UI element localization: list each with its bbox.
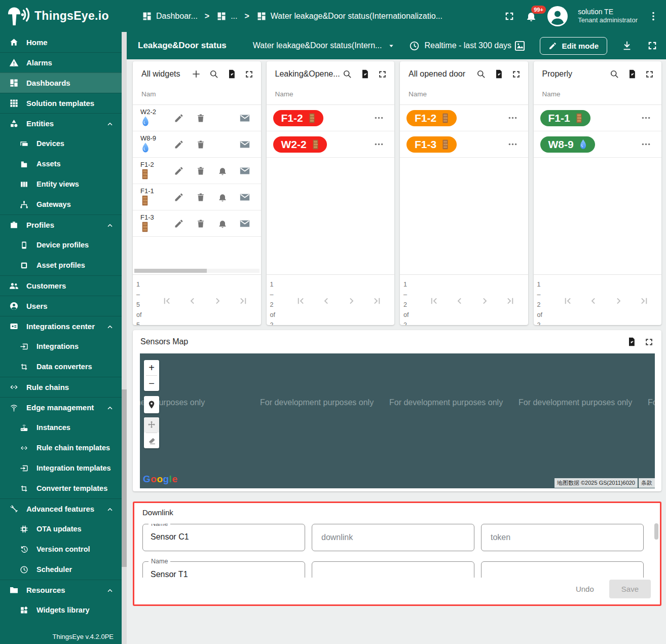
map-terms-link[interactable]: 条款 <box>639 478 655 488</box>
sidebar-item-version-control[interactable]: Version control <box>0 539 122 559</box>
last-page-icon[interactable] <box>371 295 383 307</box>
downlink-field[interactable]: downlink <box>312 524 474 551</box>
last-page-icon[interactable] <box>638 295 650 307</box>
delete-icon[interactable] <box>196 219 206 229</box>
table-row[interactable]: F1-2 <box>267 105 395 131</box>
previous-page-icon[interactable] <box>587 295 599 307</box>
last-page-icon[interactable] <box>237 295 249 307</box>
sidebar-item-entities[interactable]: Entities <box>0 113 122 133</box>
row-menu-icon[interactable] <box>507 113 518 123</box>
bell-icon[interactable] <box>217 166 228 176</box>
first-page-icon[interactable] <box>428 295 440 307</box>
row-menu-icon[interactable] <box>374 113 384 123</box>
chevron-up-icon[interactable] <box>105 586 115 595</box>
sidebar-item-users[interactable]: Users <box>0 296 122 316</box>
sidebar-scrollbar-thumb[interactable] <box>122 389 127 567</box>
sidebar-item-data-converters[interactable]: Data converters <box>0 356 122 377</box>
edit-mode-button[interactable]: Edit mode <box>540 37 607 55</box>
row-menu-icon[interactable] <box>374 139 384 150</box>
export-icon[interactable] <box>626 337 637 347</box>
sidebar-item-customers[interactable]: Customers <box>0 275 122 296</box>
sidebar-item-home[interactable]: Home <box>0 32 122 52</box>
next-page-icon[interactable] <box>346 295 357 307</box>
chevron-up-icon[interactable] <box>105 322 115 331</box>
export-icon[interactable] <box>627 69 637 79</box>
fullscreen-icon[interactable] <box>647 40 658 51</box>
sidebar-item-gateways[interactable]: Gateways <box>0 194 122 214</box>
sidebar-item-integration-templates[interactable]: Integration templates <box>0 458 122 478</box>
row-menu-icon[interactable] <box>641 113 651 123</box>
table-row[interactable]: F1-1 <box>133 184 261 210</box>
token-field[interactable] <box>481 561 644 578</box>
edit-icon[interactable] <box>174 219 184 229</box>
bell-icon[interactable] <box>217 192 228 202</box>
export-icon[interactable] <box>360 69 370 79</box>
zoom-out-button[interactable]: − <box>144 376 159 391</box>
image-export-icon[interactable] <box>514 40 526 52</box>
delete-icon[interactable] <box>196 139 206 150</box>
map-eraser-button[interactable] <box>144 433 159 448</box>
sidebar-item-dashboards[interactable]: Dashboards <box>0 73 122 93</box>
sidebar-item-integrations-center[interactable]: Integrations center <box>0 316 122 336</box>
sidebar-item-alarms[interactable]: Alarms <box>0 52 122 73</box>
first-page-icon[interactable] <box>161 295 173 307</box>
edit-icon[interactable] <box>174 192 184 202</box>
row-menu-icon[interactable] <box>507 139 518 150</box>
first-page-icon[interactable] <box>295 295 307 307</box>
sidebar-item-device-profiles[interactable]: Device profiles <box>0 235 122 255</box>
add-entity-icon[interactable] <box>191 69 201 79</box>
download-icon[interactable] <box>621 40 633 51</box>
sidebar-item-scheduler[interactable]: Scheduler <box>0 559 122 580</box>
sidebar-item-rule-chains[interactable]: Rule chains <box>0 377 122 397</box>
map-move-button[interactable] <box>144 417 159 433</box>
bell-icon[interactable] <box>217 219 228 229</box>
sidebar-item-rule-chain-templates[interactable]: Rule chain templates <box>0 438 122 458</box>
undo-button[interactable]: Undo <box>576 585 594 593</box>
app-logo[interactable]: ThingsEye.io <box>0 6 127 26</box>
notifications-button[interactable]: 99+ <box>525 10 537 22</box>
sidebar-item-integrations[interactable]: Integrations <box>0 336 122 356</box>
downlink-scrollbar-thumb[interactable] <box>654 523 658 540</box>
sidebar-item-widgets-library[interactable]: Widgets library <box>0 600 122 620</box>
widget-fullscreen-icon[interactable] <box>378 69 387 79</box>
table-row[interactable]: W2-2 <box>267 131 395 158</box>
sidebar-item-ota-updates[interactable]: OTA updates <box>0 519 122 539</box>
table-row[interactable]: F1-3 <box>133 210 261 237</box>
edit-icon[interactable] <box>174 139 184 150</box>
sidebar-item-resources[interactable]: Resources <box>0 580 122 600</box>
table-row[interactable]: F1-2 <box>133 158 261 184</box>
edit-icon[interactable] <box>174 166 184 176</box>
map-marker-button[interactable] <box>144 396 159 413</box>
table-row[interactable]: F1-1 <box>534 105 662 131</box>
email-icon[interactable] <box>239 139 250 150</box>
sidebar-item-converter-templates[interactable]: Converter templates <box>0 478 122 498</box>
email-icon[interactable] <box>239 165 250 176</box>
search-icon[interactable] <box>476 69 486 79</box>
delete-icon[interactable] <box>196 113 206 123</box>
kebab-menu-icon[interactable] <box>648 11 659 22</box>
next-page-icon[interactable] <box>613 295 624 307</box>
widget-fullscreen-icon[interactable] <box>511 69 521 79</box>
dashboard-select[interactable]: Water leakage&Door status(Intern... <box>253 41 396 50</box>
table-row[interactable]: W2-2 <box>133 105 261 131</box>
horizontal-scrollbar-thumb[interactable] <box>134 269 207 273</box>
sidebar-item-entity-views[interactable]: Entity views <box>0 174 122 194</box>
widget-fullscreen-icon[interactable] <box>645 69 654 79</box>
export-icon[interactable] <box>494 69 504 79</box>
name-field[interactable]: Name Sensor T1 <box>142 561 305 578</box>
previous-page-icon[interactable] <box>320 295 332 307</box>
sidebar-item-instances[interactable]: Instances <box>0 417 122 438</box>
widget-fullscreen-icon[interactable] <box>644 337 654 347</box>
delete-icon[interactable] <box>196 192 206 202</box>
export-icon[interactable] <box>227 69 237 79</box>
horizontal-scrollbar[interactable] <box>134 269 260 273</box>
search-icon[interactable] <box>342 69 352 79</box>
edit-icon[interactable] <box>174 113 184 123</box>
sidebar-item-assets[interactable]: Assets <box>0 154 122 174</box>
chevron-up-icon[interactable] <box>105 403 115 412</box>
email-icon[interactable] <box>239 113 250 124</box>
sidebar-item-profiles[interactable]: Profiles <box>0 214 122 235</box>
sidebar-item-devices[interactable]: Devices <box>0 133 122 154</box>
sidebar-item-edge-management[interactable]: Edge management <box>0 397 122 417</box>
google-logo[interactable]: Google <box>143 474 177 485</box>
